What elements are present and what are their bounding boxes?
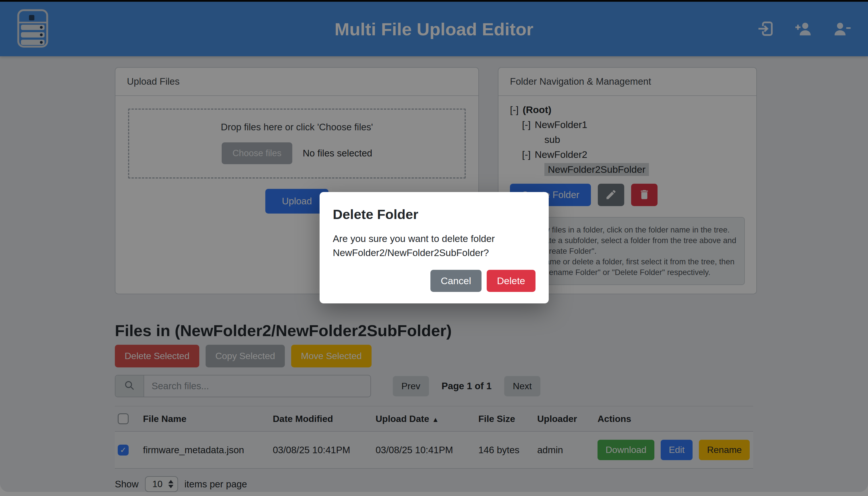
delete-folder-modal: Delete Folder Are you sure you want to d… [320,192,549,304]
cancel-button[interactable]: Cancel [430,270,481,292]
modal-title: Delete Folder [333,206,536,222]
delete-button[interactable]: Delete [487,270,536,292]
modal-message: Are you sure you want to delete folder N… [333,232,516,260]
